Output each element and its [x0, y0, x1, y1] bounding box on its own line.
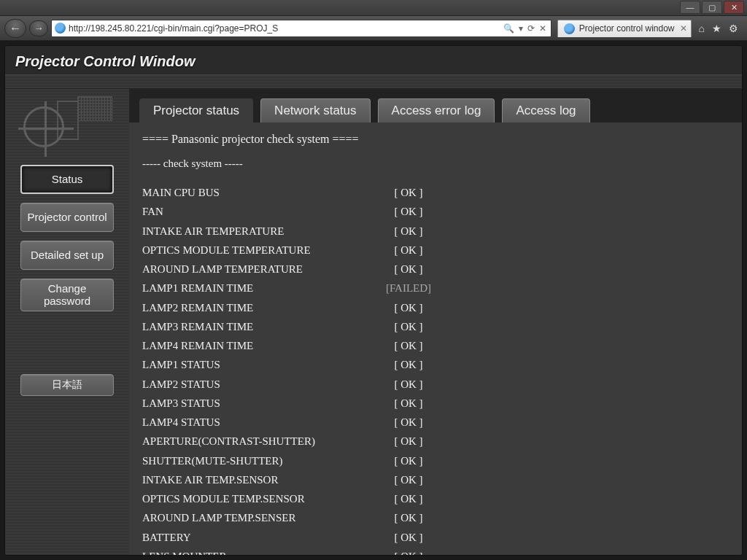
check-label: OPTICS MODULE TEMP.SENSOR	[142, 489, 376, 508]
tab-bar: Projector statusNetwork statusAccess err…	[129, 89, 742, 122]
check-status: [ OK ]	[376, 355, 441, 374]
check-row: LAMP3 REMAIN TIME[ OK ]	[142, 317, 729, 336]
sidebar-item-language[interactable]: 日本語	[20, 374, 114, 396]
check-label: INTAKE AIR TEMPERATURE	[142, 222, 376, 241]
window-maximize-button[interactable]: ▢	[702, 1, 722, 14]
browser-tab-active[interactable]: Projector control window ✕	[557, 20, 692, 37]
window-minimize-button[interactable]: —	[680, 1, 700, 14]
sidebar-item-label: Projector control	[27, 211, 107, 223]
check-status: [ OK ]	[376, 528, 441, 547]
check-status: [ OK ]	[376, 298, 441, 317]
tab-2[interactable]: Access error log	[378, 98, 495, 122]
check-label: LAMP3 REMAIN TIME	[142, 317, 376, 336]
address-actions: 🔍 ▾ ⟳ ✕	[503, 23, 548, 34]
sidebar-item-0[interactable]: Status	[20, 165, 114, 194]
check-label: APERTURE(CONTRAST-SHUTTER)	[142, 432, 376, 451]
check-row: LAMP4 STATUS[ OK ]	[142, 413, 729, 432]
check-label: LAMP2 REMAIN TIME	[142, 298, 376, 317]
check-row: LENS MOUNTER[ OK ]	[142, 547, 729, 555]
check-status: [ OK ]	[376, 260, 441, 279]
page-root: Projector Control Window StatusProjector…	[0, 41, 747, 560]
home-icon[interactable]: ⌂	[699, 23, 705, 34]
tab-0[interactable]: Projector status	[139, 98, 253, 122]
check-status: [ OK ]	[376, 413, 441, 432]
ie-icon	[564, 23, 575, 34]
check-label: LAMP2 STATUS	[142, 375, 376, 394]
check-label: LAMP4 REMAIN TIME	[142, 336, 376, 355]
check-status: [ OK ]	[376, 375, 441, 394]
check-status: [ OK ]	[376, 489, 441, 508]
check-row: LAMP1 REMAIN TIME[FAILED]	[142, 279, 729, 298]
sidebar-item-1[interactable]: Projector control	[20, 203, 114, 232]
check-row: LAMP2 STATUS[ OK ]	[142, 375, 729, 394]
check-status: [ OK ]	[376, 241, 441, 260]
check-label: AROUND LAMP TEMPERATURE	[142, 260, 376, 279]
check-label: FAN	[142, 202, 376, 221]
address-bar[interactable]: 🔍 ▾ ⟳ ✕	[51, 20, 551, 37]
tab-1[interactable]: Network status	[260, 98, 370, 122]
check-row: SHUTTER(MUTE-SHUTTER)[ OK ]	[142, 451, 729, 470]
tab-3[interactable]: Access log	[502, 98, 589, 122]
header-stripe	[5, 74, 742, 89]
check-label: INTAKE AIR TEMP.SENSOR	[142, 470, 376, 489]
sidebar-item-label: Detailed set up	[31, 249, 104, 261]
content-header-1: ==== Panasonic projector check system ==…	[142, 133, 729, 146]
check-label: LAMP4 STATUS	[142, 413, 376, 432]
tools-icon[interactable]: ⚙	[729, 23, 738, 34]
content-scroll[interactable]: ==== Panasonic projector check system ==…	[129, 122, 742, 555]
browser-forward-button[interactable]: →	[29, 20, 48, 36]
check-status: [ OK ]	[376, 451, 441, 470]
check-row: AROUND LAMP TEMPERATURE[ OK ]	[142, 260, 729, 279]
projector-logo-icon	[16, 93, 118, 152]
page-frame: Projector Control Window StatusProjector…	[4, 45, 743, 556]
check-label: LENS MOUNTER	[142, 547, 376, 555]
check-label: LAMP1 REMAIN TIME	[142, 279, 376, 298]
ie-icon	[55, 23, 66, 34]
main-panel: Projector statusNetwork statusAccess err…	[129, 89, 742, 555]
check-status: [ OK ]	[376, 336, 441, 355]
sidebar-item-label: Change password	[26, 282, 109, 308]
browser-toolbar: ← → 🔍 ▾ ⟳ ✕ Projector control window ✕ ⌂…	[0, 16, 747, 41]
check-row: MAIN CPU BUS[ OK ]	[142, 183, 729, 202]
favorites-icon[interactable]: ★	[712, 23, 721, 34]
check-status: [ OK ]	[376, 222, 441, 241]
check-status: [ OK ]	[376, 317, 441, 336]
browser-back-button[interactable]: ←	[4, 19, 26, 38]
sidebar: StatusProjector controlDetailed set upCh…	[5, 89, 129, 555]
tab-close-icon[interactable]: ✕	[680, 23, 687, 34]
check-row: LAMP4 REMAIN TIME[ OK ]	[142, 336, 729, 355]
check-row: BATTERY[ OK ]	[142, 528, 729, 547]
check-row: LAMP3 STATUS[ OK ]	[142, 394, 729, 413]
check-status: [ OK ]	[376, 394, 441, 413]
stop-icon[interactable]: ✕	[539, 23, 546, 34]
window-titlebar: — ▢ ✕	[0, 0, 747, 16]
content-header-2: ----- check system -----	[142, 158, 729, 170]
page-title: Projector Control Window	[5, 46, 742, 74]
check-row: APERTURE(CONTRAST-SHUTTER)[ OK ]	[142, 432, 729, 451]
check-label: AROUND LAMP TEMP.SENSER	[142, 508, 376, 527]
check-label: SHUTTER(MUTE-SHUTTER)	[142, 451, 376, 470]
sidebar-item-2[interactable]: Detailed set up	[20, 241, 114, 270]
check-status: [ OK ]	[376, 547, 441, 555]
sidebar-item-label: 日本語	[52, 378, 82, 390]
search-icon[interactable]: 🔍	[503, 23, 514, 34]
sidebar-item-3[interactable]: Change password	[20, 279, 114, 311]
check-status: [ OK ]	[376, 508, 441, 527]
check-row: FAN[ OK ]	[142, 202, 729, 221]
refresh-icon[interactable]: ⟳	[527, 23, 535, 34]
check-label: LAMP1 STATUS	[142, 355, 376, 374]
check-status: [ OK ]	[376, 183, 441, 202]
check-row: INTAKE AIR TEMPERATURE[ OK ]	[142, 222, 729, 241]
address-dropdown-icon[interactable]: ▾	[519, 23, 523, 34]
check-row: OPTICS MODULE TEMPERATURE[ OK ]	[142, 241, 729, 260]
browser-tab-title: Projector control window	[579, 23, 675, 34]
check-label: LAMP3 STATUS	[142, 394, 376, 413]
url-input[interactable]	[69, 23, 500, 34]
check-row: LAMP1 STATUS[ OK ]	[142, 355, 729, 374]
check-status: [FAILED]	[376, 279, 441, 298]
window-close-button[interactable]: ✕	[724, 1, 744, 14]
check-row: INTAKE AIR TEMP.SENSOR[ OK ]	[142, 470, 729, 489]
check-status: [ OK ]	[376, 470, 441, 489]
check-row: OPTICS MODULE TEMP.SENSOR[ OK ]	[142, 489, 729, 508]
sidebar-item-label: Status	[52, 173, 83, 185]
